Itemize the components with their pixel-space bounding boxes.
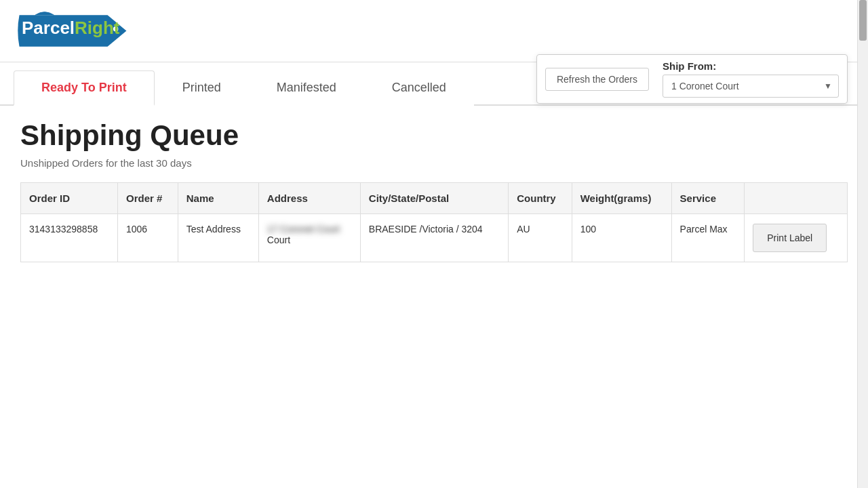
cell-address: 17 Coronet CourtCourt [258,214,360,262]
scrollbar[interactable] [857,0,868,276]
cell-order-num: 1006 [117,214,178,262]
col-service: Service [671,183,745,214]
table-row: 3143133298858 1006 Test Address 17 Coron… [21,214,848,262]
col-city-state-postal: City/State/Postal [360,183,508,214]
controls-row: Refresh the Orders Ship From: 1 Coronet … [545,60,839,98]
orders-table: Order ID Order # Name Address City/State… [20,182,848,262]
ship-from-container: Ship From: 1 Coronet Court [663,60,839,98]
col-action [745,183,848,214]
address-redacted: 17 Coronet Court [267,224,340,235]
logo-text-parcel: Parcel [22,18,75,39]
cell-weight: 100 [572,214,671,262]
col-name: Name [178,183,258,214]
ship-from-label: Ship From: [663,60,839,72]
tab-ready-to-print[interactable]: Ready To Print [14,70,155,106]
col-weight: Weight(grams) [572,183,671,214]
ship-from-select-wrapper: 1 Coronet Court [663,75,839,98]
col-order-id: Order ID [21,183,118,214]
tab-printed[interactable]: Printed [155,70,249,106]
cell-name: Test Address [178,214,258,262]
refresh-button[interactable]: Refresh the Orders [545,68,649,91]
col-country: Country [509,183,572,214]
cell-city-state-postal: BRAESIDE /Victoria / 3204 [360,214,508,262]
logo-text-right: Right [75,18,119,39]
ship-from-select[interactable]: 1 Coronet Court [663,75,839,98]
col-order-num: Order # [117,183,178,214]
cell-service: Parcel Max [671,214,745,262]
logo-container: Parcel Right [14,5,136,56]
cell-country: AU [509,214,572,262]
top-bar: Parcel Right Refresh the Orders Ship Fro… [0,0,868,62]
page-subtitle: Unshipped Orders for the last 30 days [20,157,848,169]
tab-manifested[interactable]: Manifested [249,70,364,106]
header-controls: Refresh the Orders Ship From: 1 Coronet … [536,54,848,104]
cell-action: Print Label [745,214,848,262]
col-address: Address [258,183,360,214]
print-label-button[interactable]: Print Label [753,224,827,252]
table-body: 3143133298858 1006 Test Address 17 Coron… [21,214,848,262]
scrollbar-thumb[interactable] [859,0,867,41]
table-header-row: Order ID Order # Name Address City/State… [21,183,848,214]
page-title: Shipping Queue [20,119,848,152]
cell-order-id: 3143133298858 [21,214,118,262]
logo: Parcel Right [14,5,136,56]
main-content: Shipping Queue Unshipped Orders for the … [0,106,868,276]
table-header: Order ID Order # Name Address City/State… [21,183,848,214]
tab-cancelled[interactable]: Cancelled [364,70,474,106]
